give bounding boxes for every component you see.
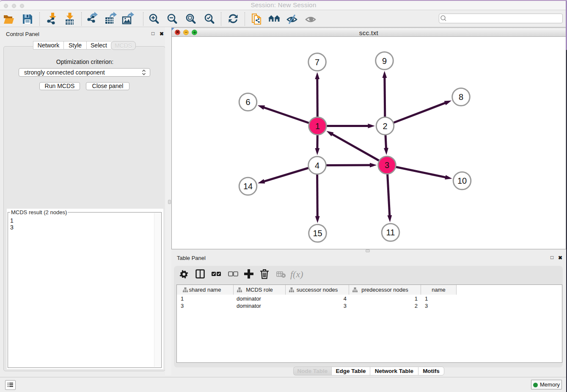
- svg-text:10: 10: [457, 176, 467, 185]
- svg-text:7: 7: [315, 58, 319, 67]
- svg-text:4: 4: [315, 161, 319, 170]
- svg-text:6: 6: [245, 97, 250, 107]
- svg-text:1: 1: [315, 121, 320, 131]
- svg-text:8: 8: [459, 92, 463, 102]
- svg-text:15: 15: [313, 229, 322, 238]
- svg-text:9: 9: [382, 56, 387, 66]
- svg-text:14: 14: [243, 182, 253, 191]
- svg-text:3: 3: [385, 160, 389, 170]
- svg-text:f(x): f(x): [290, 269, 303, 279]
- svg-text:11: 11: [386, 228, 395, 237]
- svg-text:2: 2: [383, 121, 387, 131]
